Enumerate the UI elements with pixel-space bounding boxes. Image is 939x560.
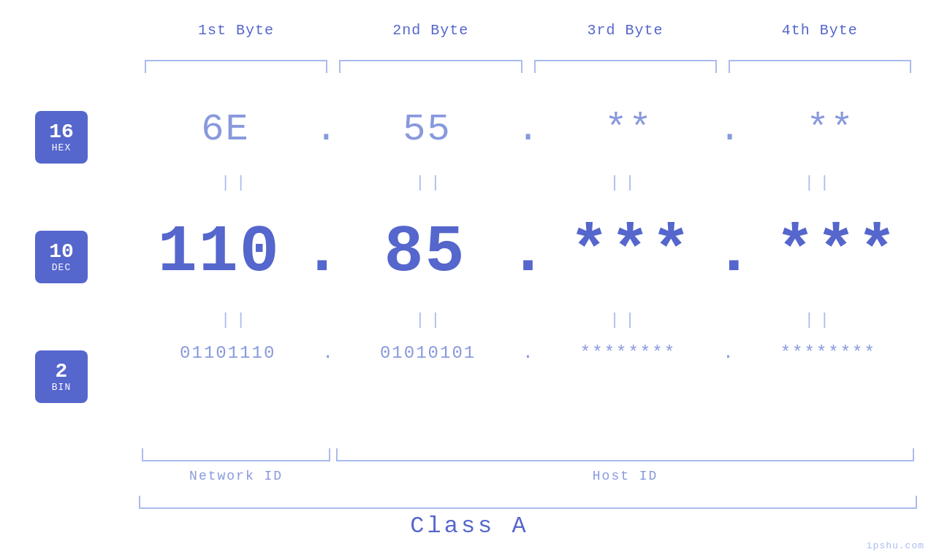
col-header-3: 3rd Byte: [528, 22, 723, 39]
bin-cell-2: 01010101: [339, 343, 517, 363]
bin-cell-3: ********: [539, 343, 717, 363]
dec-cell-3: ***: [551, 215, 712, 290]
hex-badge-label: HEX: [52, 142, 71, 153]
hex-row: 6E . 55 . ** . **: [139, 108, 917, 151]
eq-b2: ||: [333, 311, 528, 329]
dec-row: 110 . 85 . *** . ***: [139, 215, 917, 290]
dec-val-4: ***: [775, 215, 898, 290]
hex-dot-1: .: [312, 108, 341, 151]
dec-val-1: 110: [158, 215, 281, 290]
bin-val-4: ********: [780, 343, 876, 363]
dec-cell-1: 110: [139, 215, 300, 290]
bottom-brackets: [139, 448, 917, 461]
column-headers: 1st Byte 2nd Byte 3rd Byte 4th Byte: [139, 22, 917, 39]
bin-dot-3: .: [717, 343, 739, 363]
hex-val-4: **: [806, 108, 854, 151]
dec-badge-num: 10: [49, 242, 74, 262]
dec-dot-3: .: [711, 215, 756, 290]
bin-cell-4: ********: [740, 343, 917, 363]
hex-badge: 16 HEX: [35, 111, 88, 164]
hex-cell-1: 6E: [139, 108, 312, 151]
bin-badge: 2 BIN: [35, 350, 88, 403]
bin-val-3: ********: [580, 343, 676, 363]
col-header-2: 2nd Byte: [333, 22, 528, 39]
dec-cell-4: ***: [756, 215, 917, 290]
dec-cell-2: 85: [345, 215, 506, 290]
bin-dot-2: .: [517, 343, 539, 363]
eq-4: ||: [723, 174, 917, 192]
dec-dot-1: .: [300, 215, 345, 290]
dec-val-3: ***: [569, 215, 692, 290]
dec-dot-2: .: [505, 215, 550, 290]
bracket-seg-1: [145, 60, 327, 73]
dec-badge-label: DEC: [52, 262, 71, 273]
hex-dot-3: .: [715, 108, 744, 151]
equals-hex-dec: || || || ||: [139, 174, 917, 192]
bin-cell-1: 01101110: [139, 343, 316, 363]
hex-badge-num: 16: [49, 122, 74, 142]
main-container: 16 HEX 10 DEC 2 BIN 1st Byte 2nd Byte 3r…: [0, 0, 939, 560]
bracket-host: [336, 448, 914, 461]
eq-b3: ||: [528, 311, 723, 329]
eq-1: ||: [139, 174, 333, 192]
hex-dot-2: .: [514, 108, 542, 151]
bin-badge-label: BIN: [52, 382, 71, 393]
hex-cell-3: **: [542, 108, 715, 151]
hex-cell-4: **: [744, 108, 917, 151]
eq-b4: ||: [723, 311, 917, 329]
top-bracket: [139, 60, 917, 73]
hex-val-1: 6E: [201, 108, 249, 151]
id-labels: Network ID Host ID: [139, 469, 917, 483]
eq-b1: ||: [139, 311, 333, 329]
eq-3: ||: [528, 174, 723, 192]
bin-row: 01101110 . 01010101 . ******** . *******…: [139, 343, 917, 363]
dec-val-2: 85: [384, 215, 466, 290]
bracket-seg-4: [729, 60, 911, 73]
col-header-1: 1st Byte: [139, 22, 333, 39]
bracket-network: [142, 448, 330, 461]
bin-badge-num: 2: [56, 361, 68, 382]
hex-val-3: **: [604, 108, 653, 151]
bracket-seg-3: [534, 60, 717, 73]
bin-dot-1: .: [316, 343, 338, 363]
watermark: ipshu.com: [867, 540, 924, 551]
equals-dec-bin: || || || ||: [139, 311, 917, 329]
eq-2: ||: [333, 174, 528, 192]
dec-badge: 10 DEC: [35, 231, 88, 283]
outer-bracket: [139, 496, 917, 509]
hex-cell-2: 55: [341, 108, 514, 151]
network-id-label: Network ID: [139, 469, 333, 483]
bracket-seg-2: [339, 60, 522, 73]
hex-val-2: 55: [403, 108, 451, 151]
col-header-4: 4th Byte: [723, 22, 917, 39]
bin-val-1: 01101110: [180, 343, 275, 363]
bin-val-2: 01010101: [380, 343, 476, 363]
class-label: Class A: [0, 513, 939, 540]
host-id-label: Host ID: [333, 469, 917, 483]
